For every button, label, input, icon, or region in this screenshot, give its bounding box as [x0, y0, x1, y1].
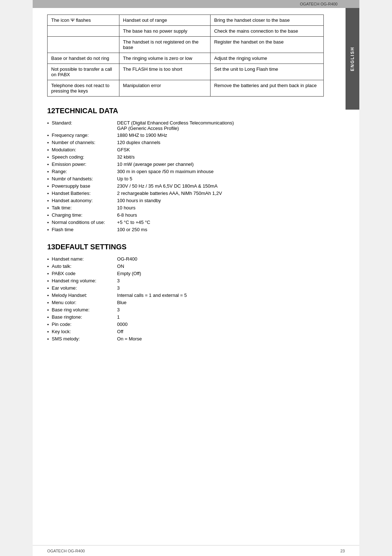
bullet-icon: • — [47, 257, 49, 262]
list-item: •Handset ring volume:3 — [47, 278, 324, 284]
list-item: •Handset autonomy:100 hours in standby — [47, 198, 324, 204]
default-settings-title: 13DEFAULT SETTINGS — [47, 243, 324, 251]
item-value: OG-R400 — [117, 256, 324, 262]
table-row: Not possible to transfer a call on PABXT… — [48, 64, 324, 80]
item-value: 300 m in open space /50 m maximum inhous… — [117, 169, 324, 174]
list-item: •SMS melody:On = Morse — [47, 336, 324, 342]
table-row: The base has no power supplyCheck the ma… — [48, 26, 324, 37]
bullet-icon: • — [47, 198, 49, 204]
item-label: Melody Handset: — [52, 293, 117, 298]
item-value: +5 °C to +45 °C — [117, 220, 324, 225]
list-item: •Charging time:6-8 hours — [47, 212, 324, 218]
item-label: Frequency range: — [52, 132, 117, 138]
bullet-icon: • — [47, 293, 49, 298]
remedy-cell: Bring the handset closer to the base — [210, 15, 323, 26]
item-value: 100 or 250 ms — [117, 227, 324, 232]
bullet-icon: • — [47, 147, 49, 153]
item-value: 120 duplex channels — [117, 140, 324, 145]
header-brand: OGATECH OG-R400 — [300, 2, 338, 6]
item-value: GFSK — [117, 147, 324, 152]
item-label: Emission power: — [52, 162, 117, 167]
list-item: •Base ringtone:1 — [47, 314, 324, 320]
item-label: Base ring volume: — [52, 307, 117, 312]
bullet-icon: • — [47, 184, 49, 189]
item-label: Handset ring volume: — [52, 278, 117, 283]
bullet-icon: • — [47, 133, 49, 138]
item-label: Normal conditions of use: — [52, 220, 117, 225]
item-label: Handset autonomy: — [52, 198, 117, 203]
remedy-cell: Check the mains connection to the base — [210, 26, 323, 37]
list-item: •Speech coding:32 kbit/s — [47, 154, 324, 160]
item-label: Number of channels: — [52, 140, 117, 145]
footer-right: 23 — [340, 549, 345, 553]
bullet-icon: • — [47, 213, 49, 218]
cause-cell: Handset out of range — [119, 15, 210, 26]
item-label: Handset name: — [52, 256, 117, 262]
item-label: Base ringtone: — [52, 314, 117, 320]
list-item: •Modulation:GFSK — [47, 147, 324, 153]
bullet-icon: • — [47, 278, 49, 284]
bullet-icon: • — [47, 205, 49, 211]
list-item: •Number of channels:120 duplex channels — [47, 140, 324, 146]
list-item: •Flash time100 or 250 ms — [47, 227, 324, 233]
item-value: DECT (Digital Enhanced Cordless Telecomm… — [117, 120, 324, 131]
item-value: 230V / 50 Hz / 35 mA 6,5V DC 180mA & 150… — [117, 183, 324, 189]
bullet-icon: • — [47, 322, 49, 327]
bullet-icon: • — [47, 271, 49, 277]
item-value: Empty (Off) — [117, 271, 324, 276]
item-value: Blue — [117, 300, 324, 305]
item-value: 32 kbit/s — [117, 154, 324, 160]
symptom-cell — [48, 37, 119, 53]
item-label: Modulation: — [52, 147, 117, 152]
table-row: The handset is not registered on the bas… — [48, 37, 324, 53]
main-content: The icon Ψ flashesHandset out of rangeBr… — [33, 8, 346, 359]
bullet-icon: • — [47, 286, 49, 291]
table-row: Telephone does not react to pressing the… — [48, 80, 324, 97]
list-item: •PABX codeEmpty (Off) — [47, 271, 324, 277]
item-label: PABX code — [52, 271, 117, 276]
item-value: 3 — [117, 307, 324, 312]
trouble-table: The icon Ψ flashesHandset out of rangeBr… — [47, 15, 324, 97]
symptom-cell: Not possible to transfer a call on PABX — [48, 64, 119, 80]
english-tab: ENGLISH — [346, 8, 359, 110]
item-label: Menu color: — [52, 300, 117, 305]
table-row: Base or handset do not ringThe ringing v… — [48, 53, 324, 64]
item-label: Standard: — [52, 120, 117, 126]
bullet-icon: • — [47, 315, 49, 320]
item-label: Flash time — [52, 227, 117, 232]
list-item: •Handset Batteries:2 rechargeable batter… — [47, 191, 324, 196]
item-label: Talk time: — [52, 205, 117, 210]
item-label: Powersupply base — [52, 183, 117, 189]
list-item: •Ear volume:3 — [47, 285, 324, 291]
list-item: •Melody Handset:Internal calls = 1 and e… — [47, 293, 324, 298]
list-item: •Standard:DECT (Digital Enhanced Cordles… — [47, 120, 324, 131]
item-value: 10 hours — [117, 205, 324, 210]
technical-data-list: •Standard:DECT (Digital Enhanced Cordles… — [47, 120, 324, 233]
remedy-cell: Remove the batteries and put them back i… — [210, 80, 323, 97]
item-value: Off — [117, 329, 324, 334]
symptom-cell: Base or handset do not ring — [48, 53, 119, 64]
item-label: Handset Batteries: — [52, 191, 117, 196]
list-item: •Normal conditions of use:+5 °C to +45 °… — [47, 220, 324, 225]
cause-cell: The ringing volume is zero or low — [119, 53, 210, 64]
item-value: 1 — [117, 314, 324, 320]
item-label: Speech coding: — [52, 154, 117, 160]
list-item: •Menu color:Blue — [47, 300, 324, 306]
bullet-icon: • — [47, 227, 49, 233]
symptom-cell: Telephone does not react to pressing the… — [48, 80, 119, 97]
item-value: 1880 MHZ to 1900 MHz — [117, 132, 324, 138]
cause-cell: The base has no power supply — [119, 26, 210, 37]
bullet-icon: • — [47, 220, 49, 225]
bullet-icon: • — [47, 120, 49, 126]
item-value: 0000 — [117, 322, 324, 327]
item-value: 100 hours in standby — [117, 198, 324, 203]
item-label: Ear volume: — [52, 285, 117, 291]
top-bar: OGATECH OG-R400 — [33, 0, 359, 8]
item-value: 10 mW (average power per channel) — [117, 162, 324, 167]
bullet-icon: • — [47, 162, 49, 167]
list-item: •Talk time:10 hours — [47, 205, 324, 211]
list-item: •Key lock:Off — [47, 329, 324, 335]
cause-cell: The FLASH time is too short — [119, 64, 210, 80]
bullet-icon: • — [47, 176, 49, 182]
item-value: Up to 5 — [117, 176, 324, 181]
